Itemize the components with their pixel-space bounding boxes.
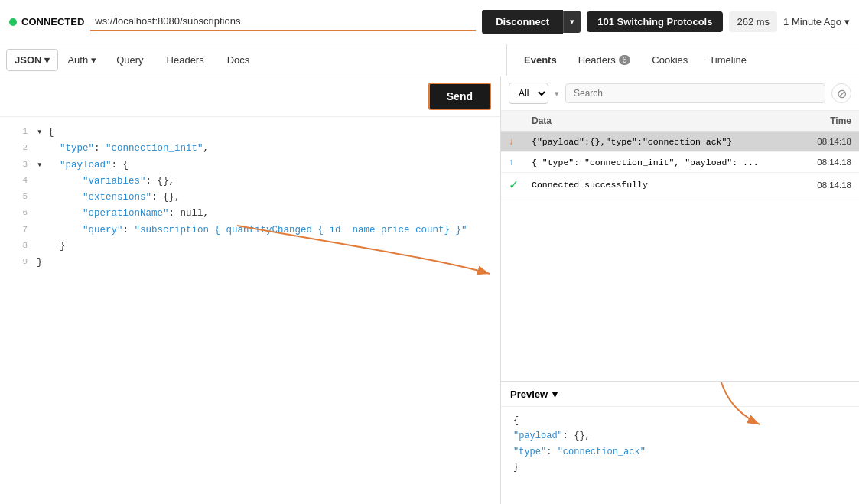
preview-chevron[interactable]: ▾ — [552, 389, 558, 400]
url-input[interactable] — [90, 12, 476, 31]
tab-docs[interactable]: Docs — [216, 48, 261, 72]
preview-line-2: "payload": {}, — [513, 428, 847, 444]
tab-cookies[interactable]: Cookies — [641, 48, 698, 72]
connection-status: CONNECTED — [9, 16, 84, 28]
tab-timeline[interactable]: Timeline — [698, 48, 757, 72]
code-line-1: 1 ▾ { — [12, 125, 488, 141]
code-line-2: 2 "type": "connection_init", — [12, 141, 488, 157]
left-panel: Send 1 ▾ { 2 "type": "connection_init", … — [0, 76, 501, 504]
col-time-header: Time — [790, 115, 851, 126]
event-row-3[interactable]: ✓ Connected successfully 08:14:18 — [501, 173, 859, 197]
json-chevron: ▾ — [44, 54, 50, 66]
row-time-3: 08:14:18 — [790, 180, 851, 190]
preview-line-1: { — [513, 413, 847, 428]
tab-headers-right[interactable]: Headers 6 — [568, 48, 642, 72]
check-circle-icon: ✓ — [509, 177, 519, 192]
row-icon-1: ↓ — [509, 136, 532, 147]
code-line-8: 8 } — [12, 239, 488, 255]
timing-badge: 262 ms — [729, 11, 777, 32]
send-bar: Send — [0, 76, 500, 117]
json-dropdown[interactable]: JSON ▾ — [6, 49, 58, 71]
time-ago: 1 Minute Ago ▾ — [783, 16, 850, 28]
tab-query[interactable]: Query — [106, 48, 154, 72]
code-line-7: 7 "query": "subscription { quantityChang… — [12, 223, 488, 239]
top-bar: CONNECTED Disconnect ▾ 101 Switching Pro… — [0, 0, 859, 44]
row-icon-2: ↑ — [509, 157, 532, 167]
headers-count-badge: 6 — [619, 55, 631, 65]
auth-dropdown[interactable]: Auth ▾ — [60, 50, 104, 70]
filter-chevron: ▾ — [555, 89, 559, 99]
left-tabs: JSON ▾ Auth ▾ Query Headers Docs — [6, 44, 507, 76]
preview-label: Preview — [510, 389, 548, 400]
events-panel: All ▾ ⊘ Data Time ↓ {"pa — [501, 76, 859, 382]
filter-select[interactable]: All — [509, 83, 548, 104]
connected-label: CONNECTED — [21, 16, 84, 28]
status-badge: 101 Switching Protocols — [587, 11, 723, 32]
disconnect-button[interactable]: Disconnect — [482, 10, 563, 34]
send-button[interactable]: Send — [428, 83, 491, 110]
arrow-up-icon: ↑ — [509, 157, 513, 167]
tab-bar: JSON ▾ Auth ▾ Query Headers Docs Events … — [0, 44, 859, 76]
clear-icon: ⊘ — [837, 86, 847, 101]
preview-header: Preview ▾ — [501, 382, 859, 407]
disconnect-group: Disconnect ▾ — [482, 10, 581, 34]
clear-search-button[interactable]: ⊘ — [831, 83, 851, 103]
preview-content: { "payload": {}, "type": "connection_ack… — [501, 407, 859, 504]
auth-chevron: ▾ — [91, 54, 96, 66]
time-ago-chevron[interactable]: ▾ — [844, 16, 850, 28]
disconnect-dropdown-arrow[interactable]: ▾ — [563, 11, 581, 33]
main-content: Send 1 ▾ { 2 "type": "connection_init", … — [0, 76, 859, 504]
code-line-3: 3 ▾ "payload": { — [12, 158, 488, 174]
right-tabs: Events Headers 6 Cookies Timeline — [507, 44, 757, 76]
row-time-1: 08:14:18 — [790, 137, 851, 146]
preview-line-4: } — [513, 460, 847, 475]
row-data-2: { "type": "connection_init", "payload": … — [532, 158, 790, 167]
search-input[interactable] — [565, 83, 825, 103]
preview-panel: Preview ▾ { "payload": {}, "type": "conn… — [501, 382, 859, 504]
event-row-2[interactable]: ↑ { "type": "connection_init", "payload"… — [501, 152, 859, 173]
col-data-header: Data — [532, 115, 790, 126]
row-data-3: Connected successfully — [532, 180, 790, 190]
code-line-5: 5 "extensions": {}, — [12, 190, 488, 206]
row-time-2: 08:14:18 — [790, 158, 851, 167]
tab-events[interactable]: Events — [513, 48, 568, 72]
right-panel: All ▾ ⊘ Data Time ↓ {"pa — [501, 76, 859, 504]
tab-headers-left[interactable]: Headers — [156, 48, 215, 72]
row-icon-3: ✓ — [509, 177, 532, 192]
row-data-1: {"payload":{},"type":"connection_ack"} — [532, 137, 790, 147]
event-row-1[interactable]: ↓ {"payload":{},"type":"connection_ack"}… — [501, 132, 859, 152]
code-line-6: 6 "operationName": null, — [12, 206, 488, 222]
status-dot — [9, 18, 17, 26]
filter-bar: All ▾ ⊘ — [501, 76, 859, 111]
arrow-down-icon: ↓ — [509, 136, 513, 147]
preview-line-3: "type": "connection_ack" — [513, 444, 847, 460]
code-line-4: 4 "variables": {}, — [12, 174, 488, 190]
code-editor[interactable]: 1 ▾ { 2 "type": "connection_init", 3 ▾ "… — [0, 117, 500, 504]
code-line-9: 9 } — [12, 255, 488, 271]
table-header: Data Time — [501, 111, 859, 132]
events-table: ↓ {"payload":{},"type":"connection_ack"}… — [501, 132, 859, 381]
